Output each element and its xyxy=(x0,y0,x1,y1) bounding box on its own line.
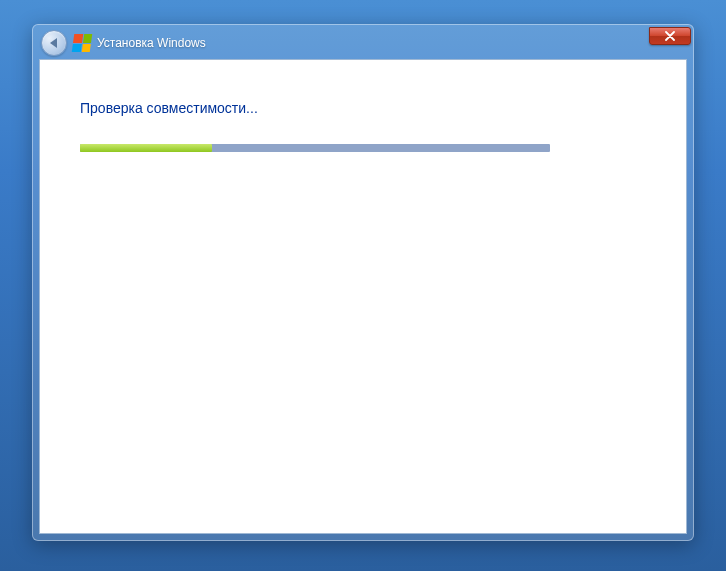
arrow-left-icon xyxy=(50,38,57,48)
window-frame: Установка Windows Проверка совместимости… xyxy=(32,24,694,541)
content-pane: Проверка совместимости... xyxy=(39,59,687,534)
progress-fill xyxy=(80,144,212,152)
close-button[interactable] xyxy=(649,27,691,45)
progress-bar xyxy=(80,144,550,152)
window-title: Установка Windows xyxy=(97,36,685,50)
status-heading: Проверка совместимости... xyxy=(80,100,646,116)
windows-logo-icon xyxy=(72,34,93,52)
back-button[interactable] xyxy=(41,30,67,56)
close-icon xyxy=(665,31,675,41)
titlebar: Установка Windows xyxy=(39,31,687,59)
